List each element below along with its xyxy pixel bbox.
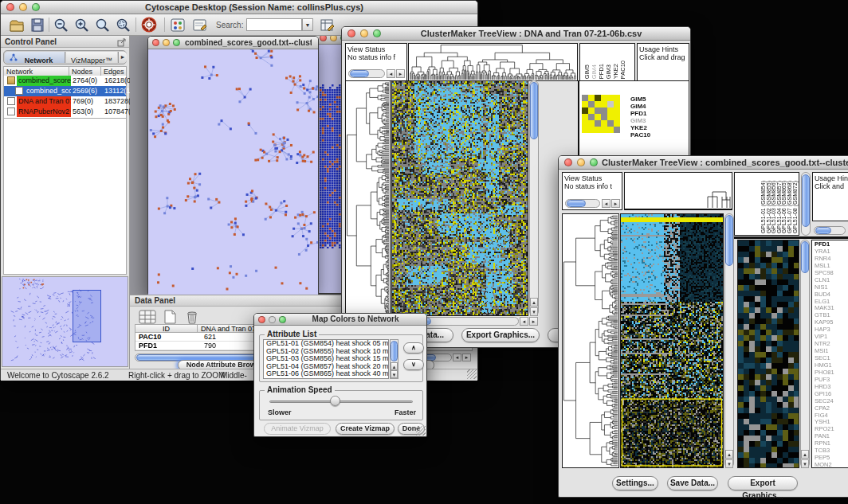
matrix-cell[interactable]	[607, 127, 614, 133]
matrix-cell[interactable]	[582, 120, 588, 127]
attribute-list-item[interactable]: GPL51-07 (GSM868) heat shock 60 min	[264, 378, 388, 380]
overview-viewport-rect[interactable]	[73, 290, 101, 342]
matrix-cell[interactable]	[588, 127, 595, 133]
matrix-cell[interactable]	[601, 114, 607, 120]
matrix-cell[interactable]	[601, 101, 607, 107]
resize-grip[interactable]	[416, 426, 426, 436]
speed-slider-track[interactable]	[269, 400, 413, 403]
speed-slider-thumb[interactable]	[330, 396, 340, 406]
scroll-left-arrow[interactable]: ◂	[520, 317, 528, 326]
close-button[interactable]	[6, 3, 14, 11]
close-button[interactable]	[152, 39, 159, 46]
dialog-titlebar[interactable]: Map Colors to Network	[254, 314, 426, 326]
treeview2-zoom-heatmap-panel[interactable]	[737, 240, 799, 468]
zoom-selected-icon[interactable]	[116, 18, 132, 33]
minimize-button[interactable]	[19, 3, 27, 11]
matrix-cell[interactable]	[607, 101, 614, 107]
zoom-button[interactable]	[173, 39, 180, 46]
close-button[interactable]	[258, 316, 265, 323]
tab-network[interactable]: Network	[5, 52, 65, 63]
matrix-cell[interactable]	[595, 101, 601, 107]
network-list-row[interactable]: DNA and Tran 07769(0)183728(0)	[4, 96, 126, 107]
minimize-button[interactable]	[330, 36, 337, 41]
animate-vizmap-button[interactable]: Animate Vizmap	[264, 423, 331, 435]
save-data-button[interactable]: Save Data...	[667, 476, 718, 490]
matrix-cell[interactable]	[601, 120, 607, 127]
zoom-fit-icon[interactable]	[95, 18, 111, 33]
scroll-thumb[interactable]	[391, 341, 398, 361]
treeview2-heatmap-vscrollbar[interactable]: ▴ ▾	[724, 213, 734, 468]
matrix-cell[interactable]	[601, 95, 607, 101]
row-label[interactable]: YKE2	[630, 124, 686, 131]
float-panel-icon[interactable]	[117, 37, 127, 47]
scroll-thumb[interactable]	[530, 82, 538, 139]
matrix-cell[interactable]	[607, 114, 614, 120]
matrix-cell[interactable]	[607, 107, 614, 114]
column-label[interactable]: GPL51-01 (GSM854)	[760, 181, 766, 233]
zoom-in-icon[interactable]	[74, 18, 90, 33]
scroll-right-arrow[interactable]: ▸	[396, 69, 405, 78]
open-folder-icon[interactable]	[9, 18, 25, 33]
tab-overflow-arrow[interactable]: ►	[118, 52, 127, 63]
view-status-hscrollbar[interactable]	[565, 199, 600, 208]
scroll-left-arrow[interactable]: ◂	[387, 69, 395, 78]
resize-grip[interactable]	[467, 369, 477, 379]
column-label[interactable]: GIM3	[605, 64, 612, 79]
matrix-cell[interactable]	[582, 127, 588, 133]
scroll-down-arrow[interactable]: ▾	[725, 459, 733, 468]
treeview1-heatmap-vscrollbar[interactable]: ▴ ▾	[529, 80, 539, 316]
treeview2-global-heatmap-panel[interactable]	[620, 213, 724, 468]
save-icon[interactable]	[29, 18, 45, 33]
zoom-button[interactable]	[590, 158, 598, 166]
zoom-heatmap-matrix[interactable]	[582, 95, 620, 133]
treeview1-global-heatmap-panel[interactable]	[391, 80, 528, 316]
matrix-cell[interactable]	[595, 95, 601, 101]
matrix-cell[interactable]	[588, 101, 595, 107]
scroll-up-arrow[interactable]: ▴	[391, 362, 398, 370]
attribute-list-vscrollbar[interactable]: ▴ ▾	[390, 339, 398, 379]
scroll-up-arrow[interactable]: ▴	[725, 450, 733, 459]
row-label[interactable]: PFD1	[630, 110, 686, 117]
column-label[interactable]: PAC10	[619, 61, 626, 79]
tab-vizmapper[interactable]: VizMapper™	[66, 52, 117, 63]
scroll-thumb[interactable]	[567, 200, 586, 207]
column-label[interactable]: GIM4	[591, 64, 598, 79]
matrix-cell[interactable]	[614, 95, 620, 101]
export-graphics-button[interactable]: Export Graphics...	[728, 476, 798, 490]
attribute-editor-icon[interactable]	[320, 18, 336, 33]
zoom-out-icon[interactable]	[53, 18, 69, 33]
treeview2-column-labels[interactable]: GPL51-01 (GSM854)GPL51-02 (GSM855)GPL51-…	[734, 172, 799, 236]
move-up-button[interactable]: ∧	[403, 342, 424, 354]
treeview2-zoom-vscrollbar[interactable]: ▴ ▾	[800, 240, 810, 468]
scroll-up-arrow[interactable]: ▴	[530, 298, 538, 307]
matrix-cell[interactable]	[582, 101, 588, 107]
column-label[interactable]: PFD1	[598, 64, 605, 79]
row-label[interactable]: PAC10	[630, 131, 686, 139]
network-overview-panel[interactable]	[2, 276, 128, 367]
scroll-right-arrow[interactable]: ▸	[462, 354, 471, 361]
matrix-cell[interactable]	[595, 114, 601, 120]
matrix-cell[interactable]	[614, 107, 620, 114]
scroll-down-arrow[interactable]: ▾	[530, 307, 538, 316]
table-mode-icon[interactable]	[138, 309, 157, 325]
close-button[interactable]	[347, 29, 355, 37]
search-dropdown-icon[interactable]: ▼	[302, 18, 313, 31]
matrix-cell[interactable]	[607, 95, 614, 101]
column-label[interactable]: GPL51-07 (GSM868)	[787, 181, 792, 233]
matrix-cell[interactable]	[614, 127, 620, 133]
treeview2-row-labels[interactable]: PFD1YRA1RNR4MSL1SPC98CLN1NIS1BUD4ELG1MAK…	[811, 240, 848, 468]
col-header-id[interactable]: ID	[135, 325, 198, 333]
network1-canvas-area[interactable]	[148, 49, 318, 295]
matrix-cell[interactable]	[582, 107, 588, 114]
network-list-row[interactable]: RNAPuberNov2+563(0)107847(0)	[4, 107, 126, 117]
settings-button[interactable]: Settings...	[612, 476, 658, 490]
matrix-cell[interactable]	[601, 127, 607, 133]
scroll-left-arrow[interactable]: ◂	[453, 354, 461, 361]
treeview1-row-labels[interactable]: GIM5GIM4PFD1GIM3YKE2PAC10	[630, 96, 686, 143]
scroll-up-arrow[interactable]: ▴	[801, 450, 809, 459]
matrix-cell[interactable]	[588, 120, 595, 127]
scroll-thumb[interactable]	[725, 215, 733, 266]
matrix-cell[interactable]	[582, 95, 588, 101]
matrix-cell[interactable]	[588, 107, 595, 114]
scroll-down-arrow[interactable]: ▾	[801, 459, 809, 468]
